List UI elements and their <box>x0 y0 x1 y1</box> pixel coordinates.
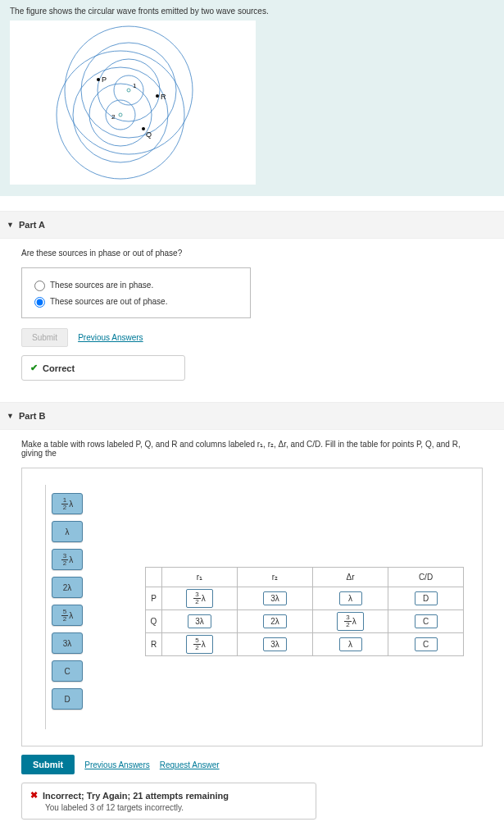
part-a-question: Are these sources in phase or out of pha… <box>21 249 483 258</box>
svg-point-8 <box>127 89 130 92</box>
drop-target[interactable]: D <box>388 587 464 610</box>
svg-point-6 <box>73 67 168 162</box>
radio-in-phase[interactable] <box>34 281 45 291</box>
drop-target[interactable]: λ <box>313 587 388 610</box>
chip-palette: 12λ λ 32λ 2λ 52λ 3λ C D <box>52 493 83 710</box>
radio-label: These sources are out of phase. <box>50 297 167 306</box>
svg-point-0 <box>114 75 143 105</box>
svg-point-1 <box>98 59 160 121</box>
part-a-header[interactable]: ▼ Part A <box>0 211 504 239</box>
drop-target[interactable]: 32λ <box>162 587 238 610</box>
collapse-icon: ▼ <box>7 412 14 420</box>
chip-d[interactable]: D <box>52 688 83 710</box>
drop-target[interactable]: 3λ <box>238 633 313 656</box>
collapse-icon: ▼ <box>7 221 14 229</box>
table-row-p: P 32λ 3λ λ D <box>146 587 464 610</box>
col-cd: C/D <box>388 568 464 587</box>
label-q: Q <box>146 130 152 139</box>
answer-table: r₁ r₂ Δr C/D P 32λ 3λ λ D Q 3λ 2λ 32λ C … <box>145 567 464 656</box>
chip-2lambda[interactable]: 2λ <box>52 577 83 598</box>
col-r1: r₁ <box>162 568 238 587</box>
chip-lambda[interactable]: λ <box>52 521 83 542</box>
part-b-instruction: Make a table with rows labeled P, Q, and… <box>21 440 483 458</box>
label-p: P <box>102 75 107 84</box>
incorrect-subtext: You labeled 3 of 12 targets incorrectly. <box>45 803 307 812</box>
incorrect-heading: Incorrect; Try Again; 21 attempts remain… <box>43 791 229 801</box>
check-icon: ✔ <box>30 363 38 373</box>
label-s2: 2 <box>111 113 116 121</box>
part-b-title: Part B <box>19 411 45 421</box>
radio-out-phase[interactable] <box>34 297 45 308</box>
drop-target[interactable]: C <box>388 610 464 633</box>
svg-point-4 <box>106 100 135 130</box>
drop-target[interactable]: 3λ <box>162 610 238 633</box>
prev-answers-link-a[interactable]: Previous Answers <box>78 333 143 342</box>
drop-target[interactable]: 52λ <box>162 633 238 656</box>
radio-group: These sources are in phase. These source… <box>21 267 251 318</box>
part-b-body: Make a table with rows labeled P, Q, and… <box>0 430 504 840</box>
chip-5-2-lambda[interactable]: 52λ <box>52 605 83 626</box>
chip-3-2-lambda[interactable]: 32λ <box>52 549 83 570</box>
part-b-header[interactable]: ▼ Part B <box>0 402 504 430</box>
svg-point-11 <box>156 94 159 98</box>
col-dr: Δr <box>313 568 388 587</box>
table-row-r: R 52λ 3λ λ C <box>146 633 464 656</box>
drop-target[interactable]: 32λ <box>313 610 388 633</box>
drop-target[interactable]: 3λ <box>238 587 313 610</box>
x-icon: ✖ <box>30 790 38 801</box>
status-correct: ✔ Correct <box>21 355 185 381</box>
submit-button-a: Submit <box>21 328 68 347</box>
part-a-body: Are these sources in phase or out of pha… <box>0 239 504 387</box>
label-s1: 1 <box>133 82 137 89</box>
chip-half-lambda[interactable]: 12λ <box>52 493 83 514</box>
chip-c[interactable]: C <box>52 660 83 682</box>
figure-image: P R Q 1 2 <box>10 21 256 185</box>
svg-point-5 <box>89 84 152 146</box>
radio-option-in-phase[interactable]: These sources are in phase. <box>30 278 242 291</box>
request-answer-link[interactable]: Request Answer <box>160 760 220 769</box>
radio-label: These sources are in phase. <box>50 281 153 290</box>
figure-caption: The figure shows the circular wave front… <box>10 7 494 16</box>
figure-area: The figure shows the circular wave front… <box>0 0 504 196</box>
svg-point-12 <box>142 127 145 130</box>
label-r: R <box>161 93 166 101</box>
status-label: Correct <box>43 363 75 373</box>
svg-point-7 <box>57 51 184 179</box>
chip-3lambda[interactable]: 3λ <box>52 632 83 654</box>
svg-point-10 <box>97 78 100 81</box>
svg-point-9 <box>119 113 122 116</box>
submit-button-b[interactable]: Submit <box>21 755 75 774</box>
radio-option-out-phase[interactable]: These sources are out of phase. <box>30 294 242 308</box>
drag-drop-workspace[interactable]: 12λ λ 32λ 2λ 52λ 3λ C D r₁ r₂ Δr C/D P 3… <box>21 468 483 746</box>
prev-answers-link-b[interactable]: Previous Answers <box>84 760 149 769</box>
svg-point-2 <box>81 43 176 138</box>
status-incorrect: ✖ Incorrect; Try Again; 21 attempts rema… <box>21 783 316 819</box>
col-r2: r₂ <box>238 568 313 587</box>
drop-target[interactable]: C <box>388 633 464 656</box>
part-a-title: Part A <box>19 220 45 230</box>
svg-point-3 <box>65 26 193 154</box>
drop-target[interactable]: 2λ <box>238 610 313 633</box>
table-row-q: Q 3λ 2λ 32λ C <box>146 610 464 633</box>
drop-target[interactable]: λ <box>313 633 388 656</box>
